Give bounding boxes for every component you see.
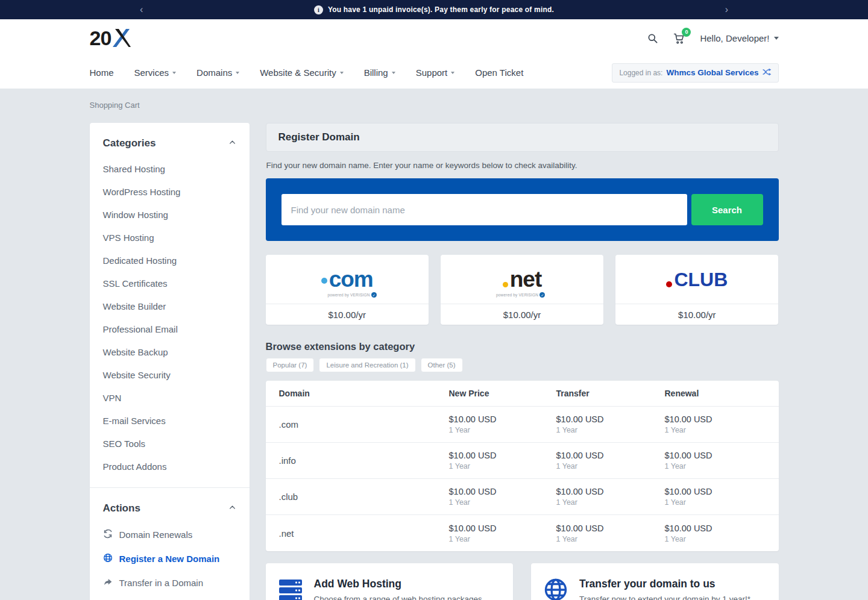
domain-search-input[interactable] xyxy=(281,194,687,225)
nav-item-website-security[interactable]: Website & Security xyxy=(260,67,343,78)
com-dot-icon xyxy=(321,278,327,284)
sidebar-item-shared-hosting[interactable]: Shared Hosting xyxy=(103,164,236,174)
table-row[interactable]: .net $10.00 USD1 Year $10.00 USD1 Year $… xyxy=(266,515,779,551)
sidebar-item-website-backup[interactable]: Website Backup xyxy=(103,347,236,357)
browse-extensions-title: Browse extensions by category xyxy=(266,341,779,352)
verisign-check-icon: ✓ xyxy=(539,292,545,298)
promo-subtitle: Transfer now to extend your domain by 1 … xyxy=(579,595,750,600)
chevron-left-icon[interactable]: ‹ xyxy=(135,0,148,19)
promo-title: Transfer your domain to us xyxy=(579,578,750,590)
greeting-text: Hello, Developer! xyxy=(700,33,769,43)
table-row[interactable]: .club $10.00 USD1 Year $10.00 USD1 Year … xyxy=(266,479,779,515)
main-navigation: Home Services Domains Website & Security… xyxy=(0,57,868,89)
server-stack-icon xyxy=(278,578,303,600)
notification-message: i You have 1 unpaid invoice(s). Pay them… xyxy=(314,5,554,14)
tld-card-net[interactable]: net powered by VERISIGN ✓ $10.00/yr xyxy=(441,255,603,325)
promo-subtitle: Choose from a range of web hosting packa… xyxy=(314,595,482,600)
sidebar-item-vps-hosting[interactable]: VPS Hosting xyxy=(103,233,236,243)
main-content: Register Domain Find your new domain nam… xyxy=(266,123,779,600)
refresh-icon xyxy=(103,529,113,540)
sidebar-item-wordpress-hosting[interactable]: WordPress Hosting xyxy=(103,187,236,197)
nav-item-open-ticket[interactable]: Open Ticket xyxy=(475,67,523,78)
header: 20 0 Hello, Developer! xyxy=(0,19,868,57)
chevron-down-icon xyxy=(236,72,239,74)
search-icon[interactable] xyxy=(647,33,658,44)
promo-cards-row: Add Web Hosting Choose from a range of w… xyxy=(266,563,779,600)
action-transfer-in-domain[interactable]: Transfer in a Domain xyxy=(103,577,236,589)
row-domain: .info xyxy=(279,455,449,466)
pill-leisure-recreation[interactable]: Leisure and Recreation (1) xyxy=(319,358,415,372)
sidebar-categories-section: Categories Shared Hosting WordPress Host… xyxy=(90,123,250,487)
net-dot-icon xyxy=(503,282,508,287)
cart-icon[interactable]: 0 xyxy=(673,32,685,45)
chevron-up-icon xyxy=(228,138,236,149)
extension-pricing-table: Domain New Price Transfer Renewal .com $… xyxy=(266,381,779,551)
com-logo: com powered by VERISIGN ✓ xyxy=(321,268,373,290)
page-title: Register Domain xyxy=(278,131,766,143)
categories-title: Categories xyxy=(103,137,156,149)
breadcrumb: Shopping Cart xyxy=(90,101,779,110)
sidebar-item-professional-email[interactable]: Professional Email xyxy=(103,324,236,334)
chevron-down-icon xyxy=(172,72,176,74)
nav-item-home[interactable]: Home xyxy=(90,67,114,78)
nav-item-services[interactable]: Services xyxy=(134,67,177,78)
sidebar-item-website-security[interactable]: Website Security xyxy=(103,370,236,380)
category-pills: Popular (7) Leisure and Recreation (1) O… xyxy=(266,358,779,372)
sidebar-item-window-hosting[interactable]: Window Hosting xyxy=(103,210,236,220)
row-domain: .club xyxy=(279,492,449,502)
shuffle-icon xyxy=(763,67,772,78)
col-renewal: Renewal xyxy=(665,389,766,398)
notification-bar: ‹ i You have 1 unpaid invoice(s). Pay th… xyxy=(0,0,868,19)
sidebar-actions-section: Actions Domain Renewals xyxy=(90,487,250,600)
sidebar-item-vpn[interactable]: VPN xyxy=(103,393,236,403)
logo-x-icon xyxy=(112,27,132,49)
table-row[interactable]: .info $10.00 USD1 Year $10.00 USD1 Year … xyxy=(266,443,779,479)
sidebar-item-product-addons[interactable]: Product Addons xyxy=(103,461,236,472)
verisign-attribution: powered by VERISIGN ✓ xyxy=(496,292,545,298)
sidebar-item-ssl-certificates[interactable]: SSL Certificates xyxy=(103,278,236,289)
info-icon: i xyxy=(314,5,323,14)
sidebar-item-website-builder[interactable]: Website Builder xyxy=(103,301,236,311)
actions-title: Actions xyxy=(103,502,140,514)
search-button[interactable]: Search xyxy=(691,194,763,225)
nav-item-billing[interactable]: Billing xyxy=(364,67,395,78)
chevron-down-icon xyxy=(451,72,454,74)
categories-header[interactable]: Categories xyxy=(103,137,236,149)
action-register-new-domain[interactable]: Register a New Domain xyxy=(103,553,236,564)
col-domain: Domain xyxy=(279,389,449,398)
chevron-right-icon[interactable]: › xyxy=(720,0,733,19)
logo[interactable]: 20 xyxy=(90,27,133,50)
sidebar-item-email-services[interactable]: E-mail Services xyxy=(103,416,236,426)
globe-icon xyxy=(543,578,568,600)
cart-count-badge: 0 xyxy=(682,28,691,37)
tld-card-com[interactable]: com powered by VERISIGN ✓ $10.00/yr xyxy=(266,255,429,325)
globe-icon xyxy=(103,553,113,564)
logged-in-as-badge[interactable]: Logged in as: Whmcs Global Services xyxy=(612,63,778,83)
sidebar: Categories Shared Hosting WordPress Host… xyxy=(90,123,250,600)
club-logo: CLUB xyxy=(666,270,728,289)
account-menu[interactable]: Hello, Developer! xyxy=(700,33,778,43)
promo-title: Add Web Hosting xyxy=(314,578,482,590)
row-domain: .net xyxy=(279,528,449,539)
table-row[interactable]: .com $10.00 USD1 Year $10.00 USD1 Year $… xyxy=(266,407,779,443)
tld-price: $10.00/yr xyxy=(441,304,603,325)
col-transfer: Transfer xyxy=(556,389,665,398)
table-header-row: Domain New Price Transfer Renewal xyxy=(266,381,779,407)
action-domain-renewals[interactable]: Domain Renewals xyxy=(103,529,236,540)
logo-text: 20 xyxy=(90,27,112,50)
actions-header[interactable]: Actions xyxy=(103,502,236,514)
club-dot-icon xyxy=(666,281,672,287)
sidebar-item-dedicated-hosting[interactable]: Dedicated Hosting xyxy=(103,255,236,266)
nav-item-support[interactable]: Support xyxy=(416,67,455,78)
add-web-hosting-card[interactable]: Add Web Hosting Choose from a range of w… xyxy=(266,563,514,600)
transfer-domain-card[interactable]: Transfer your domain to us Transfer now … xyxy=(531,563,779,600)
chevron-down-icon xyxy=(340,72,344,74)
logged-in-label: Logged in as: xyxy=(619,69,662,77)
pill-other[interactable]: Other (5) xyxy=(421,358,463,372)
pill-popular[interactable]: Popular (7) xyxy=(266,358,315,372)
tld-price: $10.00/yr xyxy=(615,304,778,325)
col-new-price: New Price xyxy=(449,389,556,398)
sidebar-item-seo-tools[interactable]: SEO Tools xyxy=(103,439,236,449)
tld-card-club[interactable]: CLUB $10.00/yr xyxy=(615,255,778,325)
nav-item-domains[interactable]: Domains xyxy=(197,67,239,78)
